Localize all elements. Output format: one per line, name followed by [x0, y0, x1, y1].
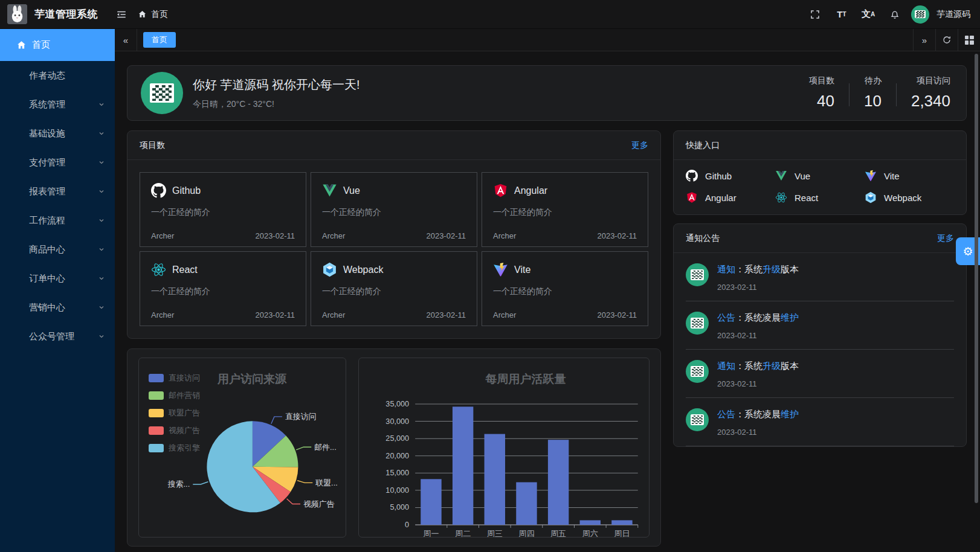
sidebar-item-公众号管理[interactable]: 公众号管理 [0, 322, 115, 351]
sidebar-item-营销中心[interactable]: 营销中心 [0, 293, 115, 322]
pie-chart[interactable]: 直接访问邮件...联盟...视频广告搜索... [139, 358, 346, 537]
svg-text:联盟...: 联盟... [315, 478, 338, 487]
stats-row: 项目数 40 待办 10 项目访问 2,340 [795, 75, 950, 111]
shortcut-label: Webpack [884, 193, 921, 203]
svg-text:5,000: 5,000 [390, 503, 409, 512]
project-description: 一个正经的简介 [322, 207, 466, 218]
project-description: 一个正经的简介 [151, 286, 295, 297]
sidebar-item-首页[interactable]: 首页 [0, 29, 115, 61]
refresh-icon[interactable] [935, 29, 958, 51]
chevron-down-icon [98, 101, 105, 108]
notification-bell-icon[interactable] [885, 4, 905, 25]
svg-text:周日: 周日 [614, 529, 630, 537]
shortcuts-card: 快捷入口 Github Vue Vite Angular React Webpa… [673, 130, 967, 215]
shortcut-React[interactable]: React [775, 191, 865, 204]
shortcut-Vite[interactable]: Vite [865, 170, 954, 182]
breadcrumb-label: 首页 [151, 9, 168, 20]
project-name: Vue [343, 185, 360, 196]
shortcuts-card-header: 快捷入口 [674, 131, 966, 160]
fullscreen-icon[interactable] [805, 4, 825, 25]
sidebar-item-支付管理[interactable]: 支付管理 [0, 148, 115, 177]
project-description: 一个正经的简介 [493, 207, 637, 218]
notice-title: 通知：系统升级版本 [717, 360, 799, 372]
menu-fold-icon[interactable] [111, 4, 132, 25]
weather-text: 今日晴，20°C - 32°C! [193, 99, 360, 110]
app-title: 芋道管理系统 [34, 7, 98, 21]
sidebar-item-商品中心[interactable]: 商品中心 [0, 235, 115, 264]
breadcrumb[interactable]: 首页 [138, 9, 168, 20]
svg-text:25,000: 25,000 [385, 434, 409, 443]
svg-text:20,000: 20,000 [385, 452, 409, 460]
username[interactable]: 芋道源码 [936, 9, 970, 20]
font-size-icon[interactable]: TT [831, 4, 852, 25]
project-tile-Github[interactable]: Github 一个正经的简介 Archer 2023-02-11 [140, 172, 306, 247]
stat-value: 10 [864, 92, 882, 111]
sidebar-item-报表管理[interactable]: 报表管理 [0, 177, 115, 206]
tab-strip: 首页 [137, 29, 913, 51]
welcome-text: 你好 芋道源码 祝你开心每一天! 今日晴，20°C - 32°C! [193, 77, 360, 110]
notice-qr-avatar [686, 360, 709, 383]
collapse-sidebar-icon[interactable]: « [115, 29, 137, 51]
notices-card-title: 通知公告 [686, 233, 720, 244]
notice-item[interactable]: 通知：系统升级版本 2023-02-11 [686, 350, 954, 398]
shortcut-Vue[interactable]: Vue [775, 170, 865, 182]
welcome-banner: 你好 芋道源码 祝你开心每一天! 今日晴，20°C - 32°C! 项目数 40… [127, 65, 967, 121]
svg-text:周一: 周一 [423, 529, 439, 537]
project-tile-React[interactable]: React 一个正经的简介 Archer 2023-02-11 [140, 251, 306, 326]
project-tile-Vite[interactable]: Vite 一个正经的简介 Archer 2023-02-11 [482, 251, 648, 326]
stat-item: 项目访问 2,340 [897, 75, 950, 111]
notices-card: 通知公告 更多 通知：系统升级版本 2023-02-11 公告：系统凌晨维护 2… [673, 223, 967, 447]
chevron-down-icon [98, 217, 105, 224]
sidebar-item-基础设施[interactable]: 基础设施 [0, 119, 115, 148]
notice-item[interactable]: 公告：系统凌晨维护 2023-02-11 [686, 301, 954, 350]
projects-card-title: 项目数 [140, 140, 165, 151]
notice-title: 通知：系统升级版本 [717, 263, 799, 275]
bar-chart-panel: 每周用户活跃量 05,00010,00015,00020,00025,00030… [358, 358, 650, 538]
project-name: Vite [514, 265, 530, 275]
scrollbar-thumb[interactable] [975, 54, 978, 503]
sidebar-item-工作流程[interactable]: 工作流程 [0, 206, 115, 235]
notices-more-link[interactable]: 更多 [937, 233, 954, 244]
project-date: 2023-02-11 [597, 231, 637, 240]
vite-icon [493, 262, 508, 277]
svg-text:0: 0 [405, 521, 409, 529]
projects-card-header: 项目数 更多 [127, 131, 660, 160]
charts-card: 用户访问来源 直接访问 邮件营销 联盟广告 视频广告 搜索引擎 直接访问邮件..… [127, 348, 661, 547]
tab-bar: « 首页 » [115, 29, 980, 51]
user-avatar[interactable] [911, 5, 929, 24]
grid-glyph [965, 36, 974, 45]
sidebar-item-作者动态[interactable]: 作者动态 [0, 61, 115, 90]
tab-首页[interactable]: 首页 [143, 32, 176, 48]
project-tile-Webpack[interactable]: Webpack 一个正经的简介 Archer 2023-02-11 [311, 251, 477, 326]
vue-icon [775, 170, 787, 182]
sidebar-item-订单中心[interactable]: 订单中心 [0, 264, 115, 293]
project-author: Archer [493, 310, 516, 319]
home-icon [138, 10, 147, 19]
project-date: 2023-02-11 [426, 231, 466, 240]
layout-grid-icon[interactable] [958, 29, 980, 51]
vite-icon [865, 170, 877, 182]
webpack-icon [322, 262, 337, 277]
notice-date: 2023-02-11 [717, 283, 799, 292]
notice-item[interactable]: 公告：系统凌晨维护 2023-02-11 [686, 398, 954, 446]
language-icon[interactable]: 文A [858, 4, 878, 25]
project-name: Angular [514, 185, 547, 196]
notice-item[interactable]: 通知：系统升级版本 2023-02-11 [686, 253, 954, 301]
svg-text:直接访问: 直接访问 [285, 412, 317, 421]
scroll-tabs-right-icon[interactable]: » [913, 29, 935, 51]
shortcut-Github[interactable]: Github [686, 170, 775, 182]
projects-more-link[interactable]: 更多 [631, 140, 648, 151]
svg-text:10,000: 10,000 [385, 486, 409, 495]
project-tile-Angular[interactable]: Angular 一个正经的简介 Archer 2023-02-11 [482, 172, 648, 247]
shortcut-Angular[interactable]: Angular [686, 191, 775, 204]
svg-text:30,000: 30,000 [385, 417, 409, 426]
shortcut-Webpack[interactable]: Webpack [865, 191, 954, 204]
profile-qr-avatar [141, 72, 183, 114]
pie-chart-panel: 用户访问来源 直接访问 邮件营销 联盟广告 视频广告 搜索引擎 直接访问邮件..… [138, 358, 346, 538]
project-tile-Vue[interactable]: Vue 一个正经的简介 Archer 2023-02-11 [311, 172, 477, 247]
project-author: Archer [151, 310, 174, 319]
sidebar-item-系统管理[interactable]: 系统管理 [0, 90, 115, 119]
project-date: 2023-02-11 [255, 310, 295, 319]
shortcut-label: Vue [795, 171, 810, 181]
bar-chart[interactable]: 05,00010,00015,00020,00025,00030,00035,0… [359, 358, 649, 537]
